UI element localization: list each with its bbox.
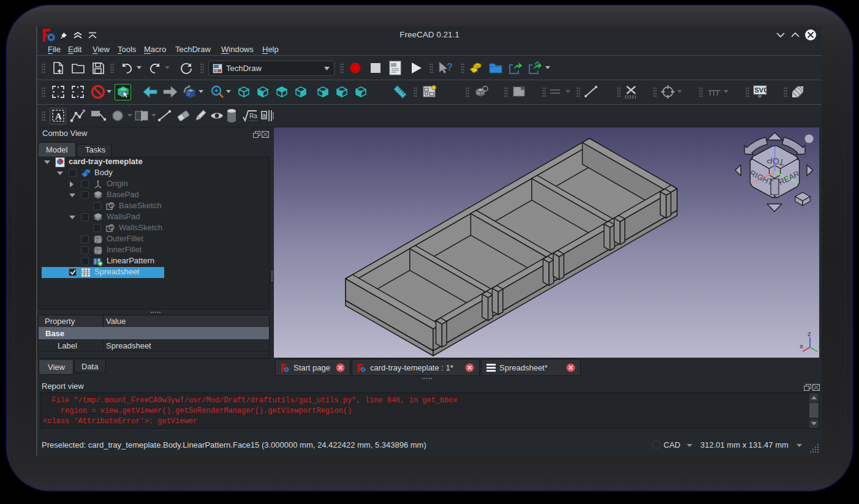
- svg-text:a: a: [262, 112, 266, 119]
- svg-text:X: X: [800, 344, 803, 350]
- svg-text:A: A: [55, 111, 62, 121]
- svg-text:Ra: Ra: [249, 113, 257, 119]
- svg-text:Z: Z: [808, 331, 811, 337]
- svg-text:Y: Y: [819, 345, 819, 351]
- svg-text:?: ?: [447, 62, 453, 72]
- svg-text:SVG: SVG: [755, 86, 769, 94]
